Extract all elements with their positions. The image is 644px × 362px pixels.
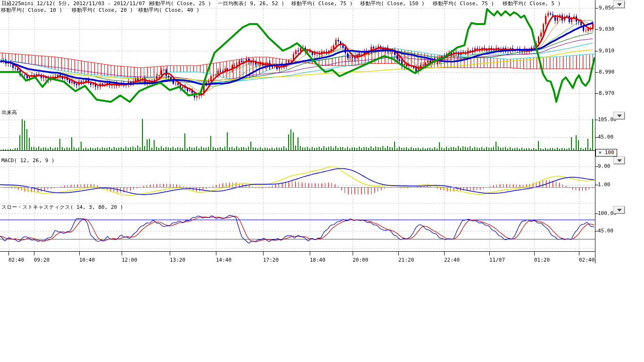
chevron-down-icon <box>617 209 622 212</box>
legend-item: 移動平均( Close, 150 ) <box>360 0 425 7</box>
time-tick-label: 10:40 <box>79 257 95 263</box>
chevron-down-icon <box>617 115 622 117</box>
legend-item: 移動平均( Close, 75 ) <box>291 0 353 7</box>
chart-window: 日経225mini 12/12( 5分, 2012/11/03 - 2012/1… <box>0 0 644 362</box>
time-tick-label: 18:40 <box>310 257 325 263</box>
chart-canvas[interactable] <box>0 0 644 283</box>
time-tick-label: 17:20 <box>263 257 279 263</box>
volume-panel-label: 出来高 <box>1 109 17 115</box>
legend-item: 移動平均( Close, 20 ) <box>72 7 133 13</box>
time-tick-label: 12:00 <box>122 257 137 263</box>
price-tick-label: 8,970 <box>599 90 614 96</box>
legend-item: 移動平均( Close, 5 ) <box>503 0 561 7</box>
legend-item: 移動平均( Close, 75 ) <box>433 0 494 7</box>
macd-tick-label: 9.00 <box>598 163 611 169</box>
volume-tick-label: 45.00 <box>598 134 613 140</box>
macd-scale-dropdown-button[interactable] <box>614 157 625 164</box>
macd-tick-label: 1.00 <box>598 181 611 188</box>
chevron-down-icon <box>617 3 622 6</box>
macd-panel-label: MACD( 12, 26, 9 ) <box>1 157 55 164</box>
price-tick-label: 8,990 <box>599 69 614 75</box>
stoch-scale-dropdown-button[interactable] <box>614 206 625 214</box>
stoch-panel-label: スロー・ストキャスティクス( 14, 3, 80, 20 ) <box>1 204 123 210</box>
legend-item: 移動平均( Close, 10 ) <box>1 7 62 13</box>
time-tick-label: 22:40 <box>444 257 460 263</box>
stoch-tick-label: 45.00 <box>598 228 613 234</box>
chevron-down-icon <box>617 159 622 162</box>
time-tick-label: 02:40 <box>579 257 594 263</box>
time-tick-label: 11/07 <box>489 257 505 263</box>
price-scale-dropdown-button[interactable] <box>614 1 625 8</box>
time-tick-label: 01:20 <box>534 257 550 263</box>
time-tick-label: 09:20 <box>34 257 50 263</box>
time-tick-label: 14:40 <box>216 257 231 263</box>
legend-item: 一目均衡表( 9, 26, 52 ) <box>218 0 284 7</box>
price-tick-label: 9,050 <box>599 5 614 11</box>
time-tick-label: 21:20 <box>398 257 414 263</box>
time-tick-label: 02:40 <box>8 257 24 263</box>
volume-scale-dropdown-button[interactable] <box>614 112 625 119</box>
volume-multiplier-badge: × 100 <box>595 149 617 156</box>
time-tick-label: 20:00 <box>353 257 368 263</box>
price-tick-label: 9,030 <box>599 26 614 32</box>
legend-item: 日経225mini 12/12( 5分, 2012/11/03 - 2012/1… <box>1 0 151 7</box>
price-tick-label: 9,010 <box>599 48 614 54</box>
legend-item: 移動平均( Close, 40 ) <box>138 7 199 13</box>
time-tick-label: 13:20 <box>170 257 185 263</box>
legend-item: 移動平均( Close, 25 ) <box>150 0 211 7</box>
